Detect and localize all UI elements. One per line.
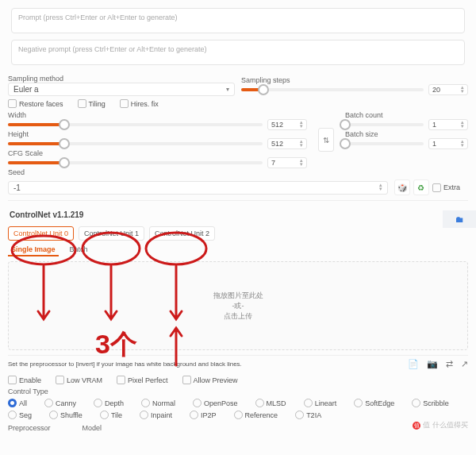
swap-dimensions-button[interactable]: ⇅ <box>318 128 334 152</box>
watermark: 值值 什么值得买 <box>413 420 468 430</box>
seed-reuse-button[interactable]: ♻ <box>413 179 429 195</box>
control-type-mlsd[interactable]: MLSD <box>255 399 286 407</box>
control-type-shuffle[interactable]: Shuffle <box>49 411 83 419</box>
control-type-canny[interactable]: Canny <box>44 399 76 407</box>
sampling-steps-label: Sampling steps <box>241 76 468 84</box>
hires-fix-checkbox[interactable]: Hires. fix <box>120 99 159 108</box>
tiling-checkbox[interactable]: Tiling <box>78 99 106 108</box>
batch-size-input[interactable]: 1▴▾ <box>428 138 468 149</box>
control-type-reference[interactable]: Reference <box>234 411 278 419</box>
seed-label: Seed <box>8 168 468 176</box>
cfg-slider[interactable] <box>8 161 263 164</box>
chevron-down-icon: ▾ <box>226 86 229 93</box>
control-type-all[interactable]: All <box>8 399 27 407</box>
control-type-t2ia[interactable]: T2IA <box>295 411 321 419</box>
folder-icon: 🖿 <box>455 214 464 224</box>
controlnet-unit-0-tab[interactable]: ControlNet Unit 0 <box>8 226 74 241</box>
batch-count-label: Batch count <box>345 111 468 119</box>
batch-tab[interactable]: Batch <box>67 244 91 256</box>
cfg-input[interactable]: 7▴▾ <box>267 157 307 168</box>
pixel-perfect-checkbox[interactable]: Pixel Perfect <box>117 376 168 384</box>
sampling-method-label: Sampling method <box>8 75 235 83</box>
low-vram-checkbox[interactable]: Low VRAM <box>56 376 102 384</box>
preprocessor-label: Preprocessor <box>8 424 51 432</box>
right-panel-icon[interactable]: 🖿 <box>443 210 476 228</box>
cfg-label: CFG Scale <box>8 149 307 157</box>
doc-icon[interactable]: 📄 <box>408 359 419 369</box>
controlnet-title: ControlNet v1.1.219 <box>10 210 83 219</box>
batch-size-label: Batch size <box>345 130 468 138</box>
batch-count-input[interactable]: 1▴▾ <box>428 119 468 130</box>
control-type-scribble[interactable]: Scribble <box>412 399 449 407</box>
width-input[interactable]: 512▴▾ <box>267 119 307 130</box>
image-dropzone[interactable]: 拖放图片至此处 -或- 点击上传 <box>8 261 468 350</box>
model-label: Model <box>83 424 102 432</box>
swap-icon[interactable]: ⇄ <box>446 359 453 369</box>
restore-faces-checkbox[interactable]: Restore faces <box>8 99 63 108</box>
dropzone-text-1: 拖放图片至此处 <box>213 291 263 301</box>
preprocessor-hint: Set the preprocessor to [invert] if your… <box>8 361 242 368</box>
height-input[interactable]: 512▴▾ <box>267 138 307 149</box>
control-type-depth[interactable]: Depth <box>94 399 124 407</box>
enable-checkbox[interactable]: Enable <box>8 376 41 384</box>
prompt-placeholder: Prompt (press Ctrl+Enter or Alt+Enter to… <box>18 13 178 21</box>
seed-extra-checkbox[interactable]: Extra <box>432 183 460 192</box>
control-type-normal[interactable]: Normal <box>141 399 175 407</box>
control-type-inpaint[interactable]: Inpaint <box>140 411 172 419</box>
dropzone-text-2: -或- <box>232 301 244 311</box>
dropzone-text-3: 点击上传 <box>224 311 252 322</box>
control-type-seg[interactable]: Seg <box>8 411 32 419</box>
single-image-tab[interactable]: Single Image <box>8 244 59 256</box>
seed-input[interactable]: -1▴▾ <box>8 181 388 195</box>
neg-prompt-placeholder: Negative prompt (press Ctrl+Enter or Alt… <box>18 45 207 53</box>
height-slider[interactable] <box>8 142 263 145</box>
control-type-ip2p[interactable]: IP2P <box>190 411 217 419</box>
control-type-openpose[interactable]: OpenPose <box>193 399 238 407</box>
allow-preview-checkbox[interactable]: Allow Preview <box>182 376 238 384</box>
control-type-label: Control Type <box>8 388 468 395</box>
sampling-method-value: Euler a <box>13 85 39 94</box>
sampling-steps-slider[interactable] <box>241 88 424 91</box>
control-type-lineart[interactable]: Lineart <box>304 399 337 407</box>
control-type-softedge[interactable]: SoftEdge <box>354 399 394 407</box>
width-slider[interactable] <box>8 123 263 126</box>
batch-count-slider[interactable] <box>345 123 424 126</box>
sampling-method-select[interactable]: Euler a ▾ <box>8 83 235 96</box>
batch-size-slider[interactable] <box>345 142 424 145</box>
seed-random-button[interactable]: 🎲 <box>394 179 410 195</box>
controlnet-unit-2-tab[interactable]: ControlNet Unit 2 <box>149 226 215 241</box>
negative-prompt-input[interactable]: Negative prompt (press Ctrl+Enter or Alt… <box>11 40 465 65</box>
camera-icon[interactable]: 📷 <box>427 359 438 369</box>
control-type-tile[interactable]: Tile <box>100 411 122 419</box>
width-label: Width <box>8 111 307 119</box>
controlnet-unit-1-tab[interactable]: ControlNet Unit 1 <box>79 226 144 241</box>
prompt-input[interactable]: Prompt (press Ctrl+Enter or Alt+Enter to… <box>11 8 465 33</box>
stepper-icon: ▴▾ <box>461 86 464 94</box>
height-label: Height <box>8 130 307 138</box>
send-icon[interactable]: ↗ <box>461 359 468 369</box>
sampling-steps-input[interactable]: 20▴▾ <box>428 84 468 95</box>
